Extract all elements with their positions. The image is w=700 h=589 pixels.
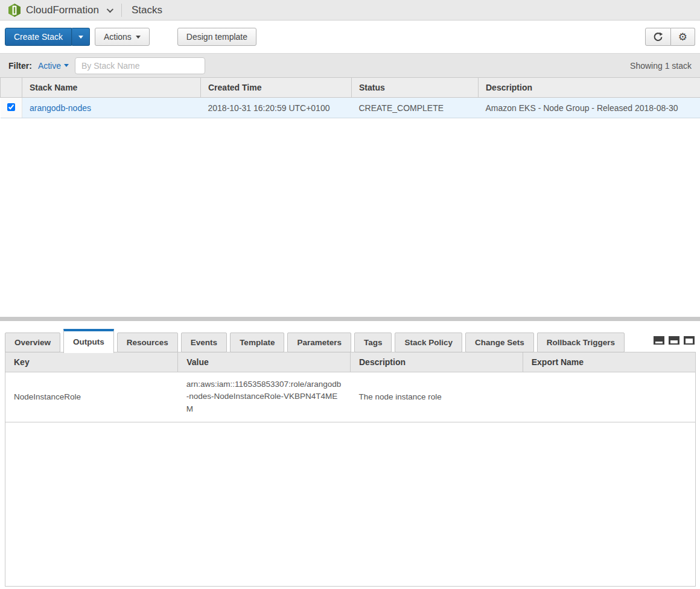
stack-name-link[interactable]: arangodb-nodes <box>30 103 91 113</box>
design-template-button[interactable]: Design template <box>177 28 256 46</box>
stacks-list-empty-area <box>0 118 700 317</box>
refresh-button[interactable] <box>645 28 671 46</box>
actions-button[interactable]: Actions <box>95 28 150 46</box>
stack-count-text: Showing 1 stack <box>630 61 692 71</box>
tab-resources[interactable]: Resources <box>117 333 178 352</box>
toolbar: Create Stack Actions Design template ⚙ <box>0 21 700 53</box>
column-header-created-time[interactable]: Created Time <box>201 78 352 98</box>
refresh-icon <box>653 32 663 42</box>
select-all-header <box>1 78 22 98</box>
divider <box>121 4 122 17</box>
stack-created-time: 2018-10-31 16:20:59 UTC+0100 <box>201 98 352 118</box>
tab-template[interactable]: Template <box>230 333 284 352</box>
panel-minimize-icon[interactable] <box>654 336 664 345</box>
tab-tags[interactable]: Tags <box>354 333 392 352</box>
stack-status-badge: CREATE_COMPLETE <box>352 98 479 118</box>
column-header-key: Key <box>5 352 178 372</box>
settings-button[interactable]: ⚙ <box>671 28 695 46</box>
tab-events[interactable]: Events <box>181 333 227 352</box>
top-nav-bar: CloudFormation Stacks <box>0 0 700 21</box>
column-header-export-name: Export Name <box>523 352 695 372</box>
tab-stack-policy[interactable]: Stack Policy <box>395 333 462 352</box>
outputs-header-row: Key Value Description Export Name <box>5 352 695 372</box>
filter-bar: Filter: Active Showing 1 stack <box>0 53 700 77</box>
caret-down-icon <box>136 36 141 39</box>
caret-down-icon <box>64 64 69 67</box>
tab-rollback-triggers[interactable]: Rollback Triggers <box>537 333 625 352</box>
column-header-value: Value <box>178 352 351 372</box>
panel-size-controls <box>654 336 695 345</box>
outputs-panel: Key Value Description Export Name NodeIn… <box>5 352 696 587</box>
output-value: arn:aws:iam::116535853307:role/arangodb-… <box>178 372 351 422</box>
service-name: CloudFormation <box>26 4 99 16</box>
filter-label: Filter: <box>8 61 32 71</box>
tab-outputs[interactable]: Outputs <box>63 329 114 353</box>
service-menu-dropdown[interactable]: CloudFormation <box>8 4 112 17</box>
caret-down-icon <box>78 36 83 39</box>
column-header-status[interactable]: Status <box>352 78 479 98</box>
stack-row-checkbox-cell <box>1 98 22 118</box>
outputs-table: Key Value Description Export Name NodeIn… <box>5 352 695 422</box>
column-header-description[interactable]: Description <box>479 78 700 98</box>
output-export-name <box>523 372 695 422</box>
create-stack-button[interactable]: Create Stack <box>5 28 72 46</box>
cloudformation-logo-icon <box>8 4 21 17</box>
stack-search-input[interactable] <box>75 57 205 74</box>
column-header-output-description: Description <box>351 352 523 372</box>
output-description: The node instance role <box>351 372 523 422</box>
view-tools-group: ⚙ <box>645 28 695 46</box>
panel-split-icon[interactable] <box>669 336 679 345</box>
stacks-table: Stack Name Created Time Status Descripti… <box>0 77 700 118</box>
create-stack-split-button: Create Stack <box>5 28 90 46</box>
filter-selected-value: Active <box>38 61 61 71</box>
stacks-table-header-row: Stack Name Created Time Status Descripti… <box>1 78 700 98</box>
stack-row[interactable]: arangodb-nodes 2018-10-31 16:20:59 UTC+0… <box>1 98 700 118</box>
gear-icon: ⚙ <box>678 31 687 43</box>
create-stack-dropdown-button[interactable] <box>72 28 90 46</box>
filter-status-dropdown[interactable]: Active <box>38 61 69 71</box>
panel-maximize-icon[interactable] <box>684 336 695 345</box>
pane-splitter[interactable] <box>0 317 700 321</box>
stack-row-checkbox[interactable] <box>7 103 15 111</box>
chevron-down-icon <box>107 5 113 12</box>
output-row: NodeInstanceRole arn:aws:iam::1165358533… <box>5 372 695 422</box>
breadcrumb-page: Stacks <box>132 4 162 16</box>
detail-tab-bar: Overview Outputs Resources Events Templa… <box>5 328 696 352</box>
tab-parameters[interactable]: Parameters <box>287 333 351 352</box>
tab-change-sets[interactable]: Change Sets <box>465 333 534 352</box>
output-key: NodeInstanceRole <box>5 372 178 422</box>
actions-label: Actions <box>104 32 132 42</box>
column-header-stack-name[interactable]: Stack Name <box>22 78 201 98</box>
tab-overview[interactable]: Overview <box>5 333 60 352</box>
stack-description: Amazon EKS - Node Group - Released 2018-… <box>479 98 700 118</box>
